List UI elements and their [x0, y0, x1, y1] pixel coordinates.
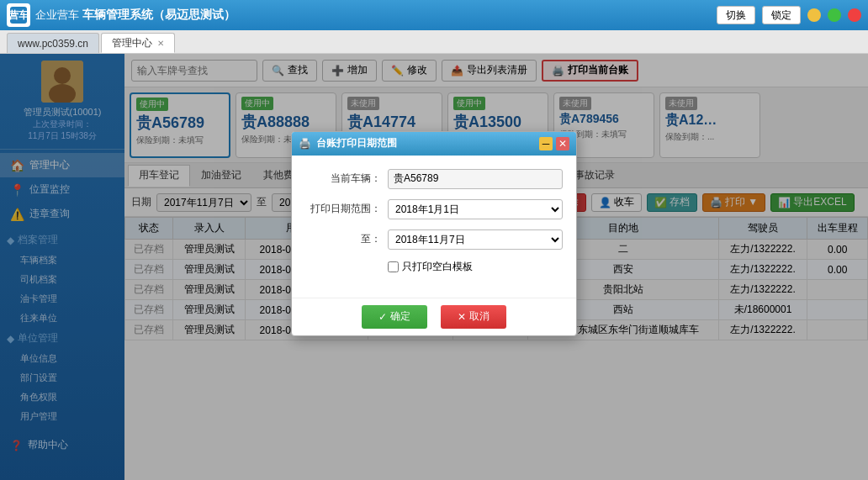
cancel-icon: ✕ — [458, 311, 466, 323]
tab-close-icon[interactable]: ✕ — [157, 39, 164, 48]
confirm-icon: ✓ — [378, 311, 387, 323]
date-end-select[interactable]: 2018年11月7日 — [388, 229, 563, 250]
app-icon: 营车 — [7, 3, 30, 27]
dialog-checkbox-row: 只打印空白模板 — [305, 260, 563, 274]
dialog-content: 当前车辆： 贵A56789 打印日期范围： 2018年1月1日 至： 2018年… — [292, 156, 576, 298]
dialog-date-start-row: 打印日期范围： 2018年1月1日 — [305, 199, 563, 219]
dialog-icon: 🖨️ — [299, 138, 311, 150]
switch-btn[interactable]: 切换 — [717, 6, 755, 24]
blank-template-checkbox[interactable] — [388, 261, 399, 272]
dialog-minimize[interactable]: ─ — [539, 137, 553, 150]
date-start-select[interactable]: 2018年1月1日 — [388, 199, 563, 219]
close-btn[interactable] — [848, 8, 861, 22]
app-title: 车辆管理系统（易迈思测试） — [82, 8, 236, 23]
tab-bar: www.pc0359.cn 管理中心 ✕ — [0, 30, 868, 54]
svg-text:营车: 营车 — [8, 9, 29, 21]
dialog-buttons: ✓ 确定 ✕ 取消 — [292, 298, 576, 335]
dialog-overlay: 🖨️ 台账打印日期范围 ─ ✕ 当前车辆： 贵A56789 打印日期范围： 20… — [0, 54, 868, 480]
blank-template-label: 只打印空白模板 — [402, 260, 473, 274]
dialog-title-bar: 🖨️ 台账打印日期范围 ─ ✕ — [292, 132, 576, 156]
minimize-btn[interactable] — [807, 8, 821, 22]
date-range-label: 打印日期范围： — [305, 202, 381, 216]
lock-btn[interactable]: 锁定 — [762, 6, 801, 24]
dialog-title: 台账打印日期范围 — [316, 136, 397, 150]
dialog-date-end-row: 至： 2018年11月7日 — [305, 229, 563, 250]
date-to-label-dialog: 至： — [305, 232, 381, 246]
tab-home[interactable]: www.pc0359.cn — [7, 33, 99, 53]
dialog-cancel-btn[interactable]: ✕ 取消 — [441, 305, 506, 329]
maximize-btn[interactable] — [828, 8, 841, 22]
dialog-close[interactable]: ✕ — [556, 137, 569, 150]
dialog-vehicle-row: 当前车辆： 贵A56789 — [305, 169, 563, 189]
tab-management[interactable]: 管理中心 ✕ — [101, 33, 175, 53]
dialog-confirm-btn[interactable]: ✓ 确定 — [362, 305, 427, 329]
current-vehicle-value: 贵A56789 — [388, 169, 563, 189]
date-range-dialog: 🖨️ 台账打印日期范围 ─ ✕ 当前车辆： 贵A56789 打印日期范围： 20… — [291, 131, 577, 336]
current-vehicle-label: 当前车辆： — [305, 171, 381, 186]
app-name: 企业营车 — [35, 8, 79, 23]
title-bar: 营车 企业营车 车辆管理系统（易迈思测试） 切换 锁定 — [0, 0, 868, 30]
